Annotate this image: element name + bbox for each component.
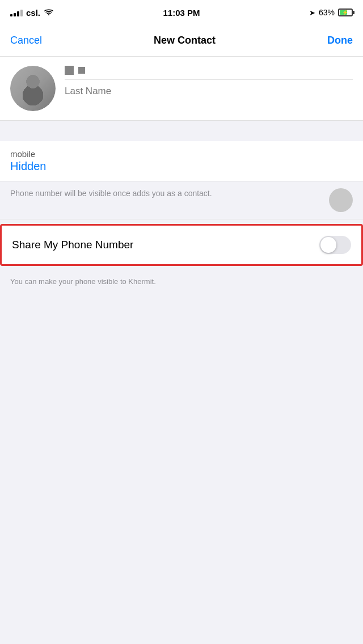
status-time: 11:03 PM <box>163 8 200 18</box>
toggle-caption: You can make your phone visible to Kherm… <box>10 277 156 286</box>
info-section: Phone number will be visible once adds y… <box>0 181 363 219</box>
signal-icon <box>10 9 23 16</box>
page-title: New Contact <box>154 35 216 46</box>
carrier-label: csl. <box>26 8 40 18</box>
phone-label: mobile <box>10 149 353 159</box>
toggle-knob <box>320 237 336 253</box>
status-left: csl. <box>10 8 54 18</box>
name-fields <box>65 66 353 103</box>
last-name-input[interactable] <box>65 80 353 103</box>
toggle-label: Share My Phone Number <box>12 239 133 251</box>
contact-avatar-preview <box>329 188 353 212</box>
avatar[interactable] <box>10 66 56 111</box>
section-spacer <box>0 121 363 141</box>
battery-icon: ⚡ <box>338 9 353 16</box>
first-name-icon-small <box>78 67 85 74</box>
navigation-bar: Cancel New Contact Done <box>0 25 363 57</box>
status-bar: csl. 11:03 PM ➤ 63% ⚡ <box>0 0 363 25</box>
share-phone-toggle-section: Share My Phone Number <box>0 224 363 266</box>
toggle-caption-section: You can make your phone visible to Kherm… <box>0 270 363 296</box>
avatar-image <box>10 66 56 111</box>
location-icon: ➤ <box>309 9 315 17</box>
first-name-icon <box>65 66 74 75</box>
phone-value: Hidden <box>10 160 353 173</box>
status-right: ➤ 63% ⚡ <box>309 8 353 17</box>
done-button[interactable]: Done <box>327 35 353 46</box>
contact-form-section <box>0 57 363 121</box>
bolt-icon: ⚡ <box>342 10 348 15</box>
bottom-area <box>0 296 363 466</box>
phone-section: mobile Hidden <box>0 141 363 181</box>
share-phone-toggle[interactable] <box>319 236 351 254</box>
battery-percent: 63% <box>319 8 335 17</box>
first-name-row <box>65 66 353 80</box>
info-description: Phone number will be visible once adds y… <box>10 188 322 200</box>
cancel-button[interactable]: Cancel <box>10 35 42 46</box>
wifi-icon <box>44 9 54 16</box>
